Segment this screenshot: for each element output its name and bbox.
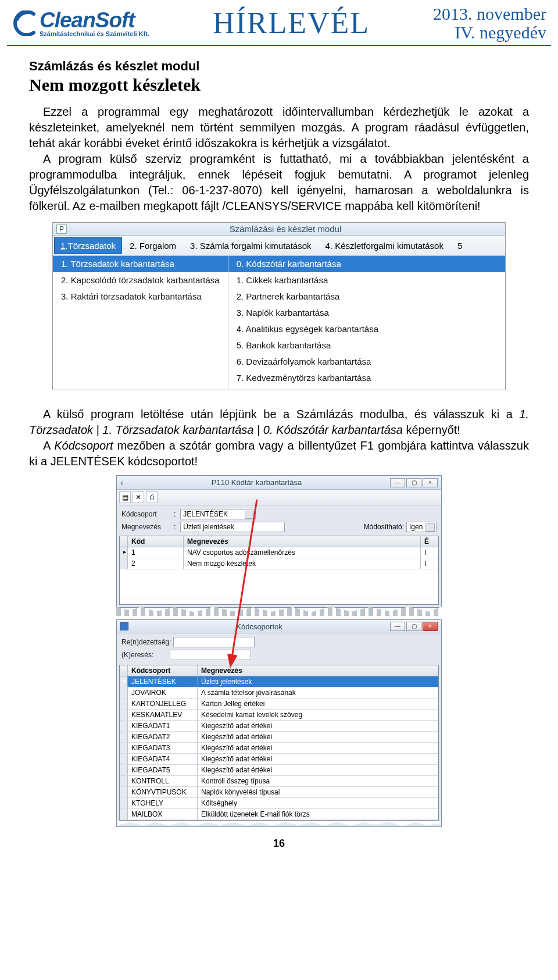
kodtar-titlebar: ‹ P110 Kódtár karbantartása — ▢ × — [117, 476, 441, 490]
window-titlebar: P Számlázási és készlet modul — [53, 223, 505, 236]
table-row[interactable]: KIEGADAT4Kiegészítő adat értékei — [120, 754, 438, 765]
minimize-button[interactable]: — — [390, 478, 405, 487]
table-row[interactable]: KTGHELYKöltséghely — [120, 798, 438, 809]
maximize-button[interactable]: ▢ — [406, 622, 421, 631]
table-row[interactable]: KIEGADAT1Kiegészítő adat értékei — [120, 721, 438, 732]
header-rule — [7, 45, 551, 46]
toolbar-save-icon[interactable]: ▤ — [119, 491, 131, 503]
issue-date: 2013. november IV. negyedév — [433, 5, 546, 41]
th-e: É — [421, 536, 438, 547]
menu-kapcsolodo-torzsadatok[interactable]: 2. Kapcsolódó törzsadatok karbantartása — [53, 272, 228, 288]
close-button[interactable]: × — [423, 622, 438, 631]
menu-deviza[interactable]: 6. Devizaárfolyamok karbantartása — [228, 354, 505, 370]
kodcsoportok-titlebar: Kódcsoportok — ▢ × — [117, 620, 441, 633]
app-icon: P — [56, 224, 67, 234]
window-buttons: — ▢ × — [390, 478, 438, 487]
tab-5[interactable]: 5 — [451, 237, 468, 254]
label-modosithato: Módosítható: — [364, 523, 404, 531]
table-row[interactable]: KIEGADAT5Kiegészítő adat értékei — [120, 765, 438, 776]
table-row[interactable]: 2 Nem mozgó készletek I — [120, 558, 438, 569]
window-icon — [120, 622, 128, 630]
kodcsoportok-table: Kódcsoport Megnevezés ▸JELENTÉSEKÜzleti … — [119, 665, 439, 821]
field-kereses[interactable] — [170, 650, 251, 660]
maximize-button[interactable]: ▢ — [406, 478, 421, 487]
field-rendezettseg[interactable] — [173, 637, 255, 647]
close-button[interactable]: × — [423, 478, 438, 487]
field-kodcsoport[interactable]: JELENTÉSEK — [180, 509, 256, 519]
torn-edge — [116, 607, 442, 616]
th-megnevezes: Megnevezés — [184, 536, 421, 547]
th-kodcsoport: Kódcsoport — [128, 665, 198, 676]
article-title: Nem mozgott készletek — [29, 75, 529, 95]
table-row[interactable]: JOVAIROKA számla tételsor jóváírásának — [120, 687, 438, 699]
screenshot-menu: P Számlázási és készlet modul 1.Törzsada… — [52, 222, 506, 390]
menu-bankok[interactable]: 5. Bankok karbantartása — [228, 337, 505, 354]
table-row[interactable]: ▸JELENTÉSEKÜzleti jelentések — [120, 676, 438, 687]
table-row[interactable]: KÖNYVTIPUSOKNaplók könyvelési típusai — [120, 787, 438, 798]
newsletter-title: HÍRLEVÉL — [213, 6, 370, 40]
th-kod: Kód — [128, 536, 184, 547]
tab-torzsadatok[interactable]: 1.Törzsadatok — [54, 237, 122, 254]
window-title: Számlázási és készlet modul — [69, 224, 502, 234]
section-label: Számlázás és készlet modul — [29, 59, 529, 74]
window-buttons: — ▢ × — [390, 622, 438, 631]
label-kereses: (K)eresés: — [121, 651, 153, 659]
logo: CleanSoft Számítástechnikai és Számvitel… — [12, 9, 149, 37]
screenshot-kodtar: ‹ P110 Kódtár karbantartása — ▢ × ▤ ✕ ⎙ … — [116, 475, 442, 616]
page-number: 16 — [0, 838, 558, 850]
table-row[interactable]: KIEGADAT3Kiegészítő adat értékei — [120, 743, 438, 754]
body-text-2: A külső program letöltése után lépjünk b… — [29, 407, 529, 469]
menu-kodszotar[interactable]: 0. Kódszótár karbantartása — [228, 256, 505, 272]
tab-szamla-kimutatasok[interactable]: 3. Számla forgalmi kimutatások — [184, 237, 317, 254]
field-modosithato[interactable]: Igen — [406, 522, 437, 532]
body-text-1: Ezzel a programmal egy meghatározott idő… — [29, 104, 529, 214]
minimize-button[interactable]: — — [390, 622, 405, 631]
menu-cikkek[interactable]: 1. Cikkek karbantartása — [228, 272, 505, 288]
menu-analitikus[interactable]: 4. Analitikus egységek karbantartása — [228, 321, 505, 337]
screenshot-kodcsoportok: Kódcsoportok — ▢ × Re(n)dezettség: (K)er… — [116, 619, 442, 827]
submenu-left: 1. Törzsadatok karbantartása 2. Kapcsoló… — [53, 256, 228, 390]
menu-kedvezmeny[interactable]: 7. Kedvezménytörzs karbantartása — [228, 370, 505, 386]
menu-partnerek[interactable]: 2. Partnerek karbantartása — [228, 288, 505, 305]
table-row[interactable]: ▸ 1 NAV csoportos adószámellenőrzés I — [120, 547, 438, 558]
table-row[interactable]: KARTONJELLEGKarton Jelleg értékei — [120, 699, 438, 710]
tab-forgalom[interactable]: 2. Forgalom — [123, 237, 183, 254]
kodtar-toolbar: ▤ ✕ ⎙ — [117, 490, 441, 505]
th-megnevezes: Megnevezés — [198, 665, 438, 676]
menu-naplok[interactable]: 3. Naplók karbantartása — [228, 305, 505, 321]
kodtar-title: P110 Kódtár karbantartása — [123, 478, 390, 487]
submenu-right: 0. Kódszótár karbantartása 1. Cikkek kar… — [228, 256, 505, 390]
tab-keszlet-kimutatasok[interactable]: 4. Készletforgalmi kimutatások — [319, 237, 450, 254]
logo-icon — [12, 10, 37, 36]
ragged-bottom — [117, 821, 441, 826]
menubar: 1.Törzsadatok 2. Forgalom 3. Számla forg… — [53, 236, 505, 256]
menu-raktari-torzsadatok[interactable]: 3. Raktári törzsadatok karbantartása — [53, 288, 228, 305]
menu-torzsadatok-karbantartasa[interactable]: 1. Törzsadatok karbantartása — [53, 256, 228, 272]
label-megnevezes: Megnevezés — [121, 523, 171, 531]
logo-name: CleanSoft — [40, 9, 149, 31]
kodcsoportok-title: Kódcsoportok — [128, 622, 390, 631]
label-rendezettseg: Re(n)dezettség: — [121, 638, 171, 646]
kodtar-table: Kód Megnevezés É ▸ 1 NAV csoportos adósz… — [119, 536, 439, 605]
table-row[interactable]: KONTROLLKontroll összeg típusa — [120, 776, 438, 787]
newsletter-header: CleanSoft Számítástechnikai és Számvitel… — [0, 0, 558, 41]
field-megnevezes[interactable]: Üzleti jelentések — [180, 522, 285, 532]
table-row[interactable]: MAILBOXElküldött üzenetek E-mail fiók tö… — [120, 809, 438, 820]
toolbar-print-icon[interactable]: ⎙ — [146, 491, 158, 503]
logo-subtitle: Számítástechnikai és Számviteli Kft. — [40, 31, 149, 37]
table-row[interactable]: KESKAMATLEVKésedelmi kamat levelek szöve… — [120, 710, 438, 721]
toolbar-delete-icon[interactable]: ✕ — [133, 491, 144, 503]
table-row[interactable]: KIEGADAT2Kiegészítő adat értékei — [120, 732, 438, 743]
label-kodcsoport: Kódcsoport — [121, 510, 171, 518]
